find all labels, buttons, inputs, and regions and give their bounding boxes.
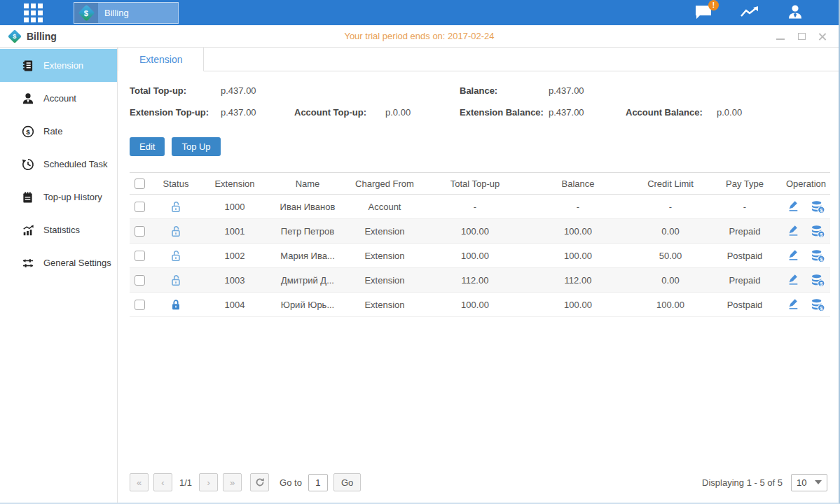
row-topup-button[interactable]: $ bbox=[811, 249, 825, 262]
sidebar-item-scheduled-task[interactable]: Scheduled Task bbox=[0, 148, 117, 181]
sidebar-item-general-settings[interactable]: General Settings bbox=[0, 246, 117, 279]
edit-icon bbox=[787, 298, 799, 311]
page-size-value: 10 bbox=[797, 477, 806, 488]
cell-credit-limit: 100.00 bbox=[631, 300, 710, 310]
cell-charged-from: Extension bbox=[344, 300, 425, 310]
cell-balance: 112.00 bbox=[525, 275, 631, 286]
row-checkbox[interactable] bbox=[135, 251, 145, 261]
cell-operation: $ bbox=[780, 200, 832, 214]
content-area: Extension Total Top-up: p.437.00 Balance… bbox=[118, 48, 839, 503]
column-header-name: Name bbox=[271, 178, 344, 189]
os-top-bar: $ Billing ! bbox=[0, 0, 839, 25]
chevron-down-icon bbox=[815, 480, 822, 484]
cell-total-topup: 100.00 bbox=[425, 300, 525, 310]
chart-icon[interactable] bbox=[740, 4, 759, 21]
row-topup-icon: $ bbox=[811, 249, 825, 262]
row-checkbox[interactable] bbox=[135, 226, 145, 237]
cell-name: Петр Петров bbox=[271, 226, 344, 237]
sidebar: ExtensionAccount$RateScheduled TaskTop-u… bbox=[0, 48, 118, 503]
row-topup-icon: $ bbox=[811, 225, 825, 238]
cell-extension: 1001 bbox=[198, 226, 271, 237]
toolbar: Edit Top Up bbox=[118, 123, 839, 172]
topup-button[interactable]: Top Up bbox=[172, 137, 220, 156]
table-row: 1004Юрий Юрь...Extension100.00100.00100.… bbox=[130, 293, 830, 317]
statistics-icon bbox=[21, 223, 34, 237]
cell-name: Дмитрий Д... bbox=[271, 275, 344, 286]
billing-app-window: $ Billing ! bbox=[0, 0, 840, 504]
close-button[interactable] bbox=[818, 32, 827, 41]
cell-pay-type: Prepaid bbox=[710, 275, 780, 286]
cell-name: Иван Иванов bbox=[271, 202, 344, 212]
extensions-table: StatusExtensionNameCharged FromTotal Top… bbox=[130, 172, 830, 317]
column-header-extension: Extension bbox=[198, 178, 271, 189]
cell-credit-limit: - bbox=[631, 202, 710, 212]
go-button[interactable]: Go bbox=[333, 473, 361, 491]
row-checkbox[interactable] bbox=[135, 275, 145, 286]
extension-balance-label: Extension Balance: bbox=[460, 107, 549, 118]
taskbar-tab-label: Billing bbox=[104, 8, 129, 18]
cell-extension: 1003 bbox=[198, 275, 271, 286]
row-edit-button[interactable] bbox=[787, 200, 799, 213]
balance-summary: Total Top-up: p.437.00 Balance: p.437.00… bbox=[118, 71, 839, 123]
cell-pay-type: - bbox=[710, 202, 780, 212]
sidebar-item-extension[interactable]: Extension bbox=[0, 49, 117, 82]
sidebar-item-account[interactable]: Account bbox=[0, 82, 117, 115]
cell-total-topup: 112.00 bbox=[425, 275, 525, 286]
cell-balance: - bbox=[525, 202, 631, 212]
table-row: 1003Дмитрий Д...Extension112.00112.000.0… bbox=[130, 268, 830, 293]
extension-topup-label: Extension Top-up: bbox=[130, 107, 221, 118]
taskbar-tab-billing[interactable]: $ Billing bbox=[74, 2, 179, 24]
row-edit-button[interactable] bbox=[787, 249, 799, 262]
minimize-button[interactable] bbox=[776, 32, 785, 41]
tab-label: Extension bbox=[139, 54, 182, 65]
column-header-operation: Operation bbox=[780, 178, 832, 189]
sidebar-item-top-up-history[interactable]: Top-up History bbox=[0, 181, 117, 214]
total-topup-label: Total Top-up: bbox=[130, 85, 221, 96]
total-topup-value: p.437.00 bbox=[221, 85, 294, 96]
refresh-button[interactable] bbox=[250, 473, 269, 491]
first-page-button[interactable]: « bbox=[130, 473, 149, 491]
row-topup-button[interactable]: $ bbox=[811, 274, 825, 287]
row-topup-icon: $ bbox=[811, 274, 825, 287]
maximize-button[interactable] bbox=[797, 32, 806, 41]
page-size-select[interactable]: 10 bbox=[791, 474, 827, 491]
goto-page-input[interactable] bbox=[308, 474, 328, 491]
edit-icon bbox=[787, 249, 799, 262]
last-page-button[interactable]: » bbox=[223, 473, 242, 491]
row-checkbox[interactable] bbox=[135, 202, 145, 212]
messages-icon[interactable]: ! bbox=[694, 4, 714, 21]
edit-icon bbox=[787, 274, 799, 286]
balance-value: p.437.00 bbox=[549, 85, 626, 96]
edit-button[interactable]: Edit bbox=[130, 137, 165, 156]
table-row: 1000Иван ИвановAccount----$ bbox=[130, 195, 830, 219]
trial-notice: Your trial period ends on: 2017-02-24 bbox=[0, 31, 839, 41]
page-indicator: 1/1 bbox=[179, 477, 192, 488]
sidebar-item-statistics[interactable]: Statistics bbox=[0, 214, 117, 246]
cell-pay-type: Postpaid bbox=[710, 300, 780, 310]
row-topup-button[interactable]: $ bbox=[811, 200, 825, 214]
extension-balance-value: p.437.00 bbox=[549, 107, 626, 118]
row-checkbox[interactable] bbox=[135, 300, 145, 310]
refresh-icon bbox=[255, 477, 265, 487]
sidebar-item-rate[interactable]: $Rate bbox=[0, 115, 117, 148]
row-topup-button[interactable]: $ bbox=[811, 225, 825, 238]
tab-extension[interactable]: Extension bbox=[118, 48, 204, 71]
app-grid-icon[interactable] bbox=[24, 4, 43, 22]
svg-text:$: $ bbox=[26, 127, 30, 135]
account-balance-label: Account Balance: bbox=[626, 107, 717, 118]
cell-credit-limit: 0.00 bbox=[631, 275, 710, 286]
prev-page-button[interactable]: ‹ bbox=[153, 473, 172, 491]
maximize-icon bbox=[798, 33, 806, 40]
select-all-checkbox[interactable] bbox=[135, 178, 145, 189]
row-edit-button[interactable] bbox=[787, 274, 799, 286]
row-edit-button[interactable] bbox=[787, 225, 799, 237]
notification-badge: ! bbox=[708, 0, 719, 10]
next-page-button[interactable]: › bbox=[199, 473, 218, 491]
row-edit-button[interactable] bbox=[787, 298, 799, 311]
cell-total-topup: 100.00 bbox=[425, 226, 525, 237]
sidebar-item-label: General Settings bbox=[43, 258, 111, 268]
cell-balance: 100.00 bbox=[525, 226, 631, 237]
row-topup-button[interactable]: $ bbox=[811, 298, 825, 312]
user-account-icon[interactable] bbox=[785, 4, 805, 21]
tab-strip: Extension bbox=[118, 48, 839, 71]
